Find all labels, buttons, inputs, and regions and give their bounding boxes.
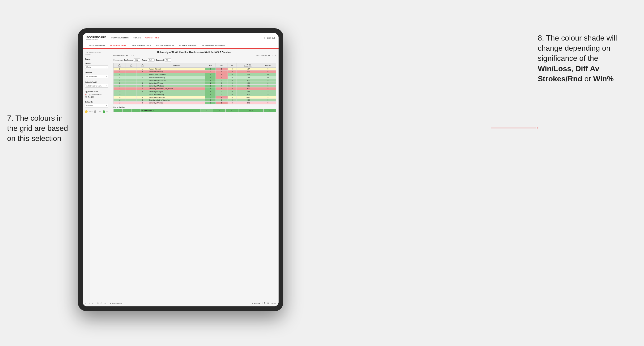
gender-section: Gender Men's [85,62,108,69]
table-cell [126,85,136,87]
col-win: Win [205,63,216,68]
table-cell: University of Florida [148,102,205,104]
table-cell: - [126,73,136,76]
sub-nav-player-h2h-heatmap[interactable]: PLAYER H2H HEATMAP [200,43,227,48]
table-cell: 9 [260,96,276,99]
table-cell: 13 [114,93,126,96]
table-cell: 0 [216,99,228,102]
table-cell [126,102,136,104]
redo-icon[interactable]: ↪ [88,302,90,304]
conference-filter-select[interactable]: (All) [134,58,140,61]
conference-filter-title: Conference [124,59,133,61]
table-cell: 2 [114,68,126,70]
table-row: 32Vanderbilt University040-2.298 [114,70,276,73]
table-row: 2-1Auburn University2101.679 [114,68,276,70]
table-cell: 0 [228,93,237,96]
paste-icon[interactable]: ⊡ [100,302,102,304]
col-opponent: Opponent [148,63,205,68]
table-cell: 2 [136,76,148,79]
table-cell: 5 [136,85,148,87]
table-cell: 0 [228,85,237,87]
table-row: 93University of Arizona1009.002 [114,82,276,85]
table-cell: University of Virginia [148,90,205,93]
annotation-right-text1: 8. The colour shade will change dependin… [538,34,617,62]
logo-area: SCOREBOARD Powered by clippd [86,36,106,40]
sub-nav-team-h2h-grid[interactable]: TEAM H2H GRID [108,43,128,49]
opponent-filter-select[interactable]: (All) [164,58,171,61]
table-row: 131Texas Tech University3005.569 [114,93,276,96]
school-select[interactable]: 1. University of Nort... [85,84,108,88]
division-section: Division NCAA Division I [85,72,108,78]
table-cell: 0 [216,93,228,96]
table-cell: 0 [216,85,228,87]
table-cell: 0 [228,87,237,90]
table-cell: 3 [114,70,126,73]
colour-by-section: Colour by Win/loss [85,101,108,108]
table-cell: 12 [114,90,126,93]
gender-select[interactable]: Men's [85,65,108,69]
nav-back-icon[interactable]: ‹ [92,302,93,304]
sub-nav-team-summary[interactable]: TEAM SUMMARY [86,43,108,48]
table-cell [126,90,136,93]
nav-forward-icon[interactable]: › [95,302,95,304]
table-cell: University of Alabama [148,85,205,87]
opponent-view-label: Opponent View [85,91,108,93]
out-div-cell [122,109,132,112]
table-cell: 0 [205,70,216,73]
table-cell: 0 [228,99,237,102]
opponents-played-label: Opponents Played [88,94,102,95]
clock-icon[interactable]: ◷ [104,302,106,304]
color-level [94,110,96,113]
sub-nav-player-h2h-grid[interactable]: PLAYER H2H GRID [177,43,200,48]
sub-nav-team-h2h-heatmap[interactable]: TEAM H2H HEATMAP [128,43,154,48]
out-div-cell [114,109,122,112]
gender-label: Gender [85,62,108,64]
copy-icon[interactable]: ⊞ [97,302,99,304]
grid-record: Overall Record: 89 - 17 - 0 Division Rec… [113,54,276,57]
table-cell: 12 [260,76,276,79]
table-cell [126,76,136,79]
table-cell: 0 [228,82,237,85]
out-div-cell [132,109,140,112]
division-select[interactable]: NCAA Division I [85,75,108,78]
table-cell: 1 [205,82,216,85]
table-cell: 14 [114,96,126,99]
table-cell: 9.00 [237,82,260,85]
region-filter-select[interactable]: (All) [148,58,155,61]
nav-items: TOURNAMENTS TEAMS COMMITTEE [111,36,264,40]
share-button[interactable]: Share [271,302,276,304]
sign-out-button[interactable]: Sign out [264,37,275,39]
undo-icon[interactable]: ↩ [85,302,87,304]
nav-committee[interactable]: COMMITTEE [146,36,159,40]
col-tie: Tie [228,63,237,68]
comment-icon[interactable]: 💬 [262,302,265,304]
table-cell: Arizona State University [148,73,205,76]
color-level-label: Level [98,111,101,112]
radio-group: Opponents Played Top 100 [85,94,108,98]
present-icon[interactable]: ⊞ [267,302,269,304]
table-cell: 0 [216,90,228,93]
conference-filter-group: Conference (All) [124,58,140,61]
sub-nav: TEAM SUMMARY TEAM H2H GRID TEAM H2H HEAT… [82,43,278,49]
radio-opponents-played[interactable]: Opponents Played [85,94,108,95]
out-div-cell: 1 [200,109,213,112]
watch-button[interactable]: 👁 Watch ▾ [252,302,260,304]
nav-teams[interactable]: TEAMS [133,36,141,40]
table-cell: 15 [114,99,126,102]
table-cell: 0 [228,79,237,82]
view-label[interactable]: 👁 View: Original [110,302,122,304]
sub-nav-player-summary[interactable]: PLAYER SUMMARY [153,43,176,48]
radio-top-100[interactable]: Top 100 [85,96,108,98]
nav-tournaments[interactable]: TOURNAMENTS [111,36,129,40]
col-conf: #Conf [136,63,148,68]
table-cell: 0 [228,96,237,99]
table-cell: 2 [136,102,148,104]
out-div-cell: 0 [213,109,226,112]
tablet-screen: SCOREBOARD Powered by clippd TOURNAMENTS… [82,33,278,306]
table-cell: 0 [136,96,148,99]
annotation-left: 7. The colours in the grid are based on … [7,113,73,144]
table-row: 123University of Virginia1002.333 [114,90,276,93]
table-row: 4-1Arizona State University5102.2817 [114,73,276,76]
table-cell: 9 [260,99,276,102]
colour-by-select[interactable]: Win/loss [85,104,108,108]
